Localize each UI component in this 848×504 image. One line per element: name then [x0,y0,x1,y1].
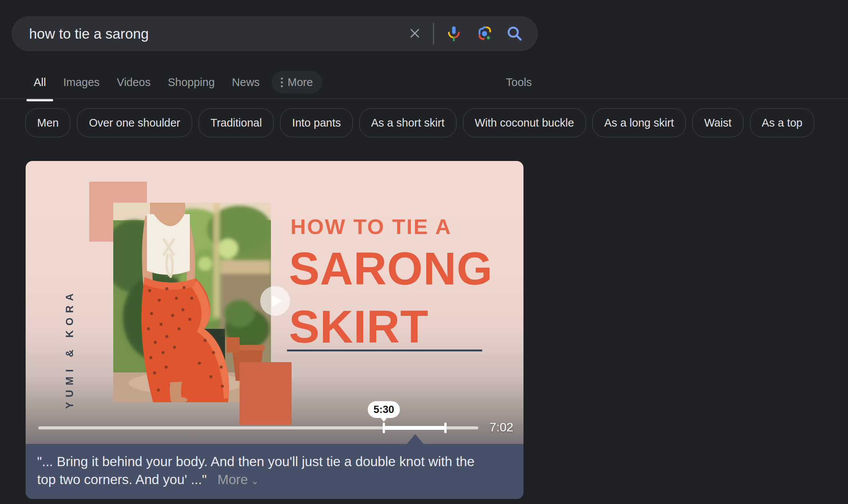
searchbar-actions [401,16,529,51]
filter-chip-waist[interactable]: Waist [692,108,743,137]
video-thumbnail[interactable]: YUMI & KORA HOW TO TIE A SARONG SKIRT 5:… [26,161,523,444]
filter-chip-with-coconut-buckle[interactable]: With coconut buckle [463,108,586,137]
tools-button[interactable]: Tools [506,71,532,93]
timestamp-label: 5:30 [373,404,394,416]
title-underline [287,350,482,351]
microphone-icon [445,24,463,43]
caption-more-label: More [217,472,248,487]
brand-vertical-text: YUMI & KORA [64,279,76,409]
play-icon [272,295,282,307]
thumb-title-line1: HOW TO TIE A [290,214,452,239]
more-dots-icon [281,78,283,87]
filter-chip-into-pants[interactable]: Into pants [280,108,352,137]
tab-all[interactable]: All [34,76,46,89]
clear-button[interactable] [401,16,429,51]
search-bar [11,16,538,51]
filter-chip-over-one-shoulder[interactable]: Over one shoulder [77,108,192,137]
google-lens-icon [476,25,493,43]
filter-chip-as-a-top[interactable]: As a top [750,108,814,137]
result-tabs: All Images Videos Shopping News More [34,71,322,93]
lens-search-button[interactable] [469,16,500,51]
timestamp-bubble: 5:30 [368,401,400,418]
video-result-card[interactable]: YUMI & KORA HOW TO TIE A SARONG SKIRT 5:… [26,161,523,499]
thumb-title-line3: SKIRT [289,300,429,353]
filter-chip-men[interactable]: Men [25,108,70,137]
decor-square-orange [240,362,292,425]
search-submit-button[interactable] [500,16,529,51]
video-duration: 7:02 [489,420,513,434]
caption-notch-icon [407,434,424,444]
caption-more-button[interactable]: More⌄ [217,472,259,487]
filter-chip-traditional[interactable]: Traditional [199,108,274,137]
tab-videos[interactable]: Videos [117,76,150,89]
video-progress-segment [384,426,445,430]
tab-shopping[interactable]: Shopping [168,76,215,89]
searchbar-divider [433,23,434,44]
tab-more[interactable]: More [272,71,322,93]
filter-chip-as-a-long-skirt[interactable]: As a long skirt [592,108,686,137]
more-tab-label: More [288,76,313,89]
tabs-divider [0,98,848,99]
video-caption: "... Bring it behind your body. And then… [26,444,523,499]
tab-images[interactable]: Images [63,76,99,89]
search-icon [506,24,523,43]
voice-search-button[interactable] [439,16,469,51]
chevron-down-icon: ⌄ [251,476,259,486]
search-input[interactable] [28,16,397,52]
segment-end-tick [444,423,447,433]
thumb-title-line2: SARONG [289,242,493,295]
filter-chips: Men Over one shoulder Traditional Into p… [25,108,814,137]
play-button[interactable] [260,286,290,316]
close-icon [408,26,422,42]
tab-news[interactable]: News [232,76,260,89]
filter-chip-as-a-short-skirt[interactable]: As a short skirt [359,108,457,137]
